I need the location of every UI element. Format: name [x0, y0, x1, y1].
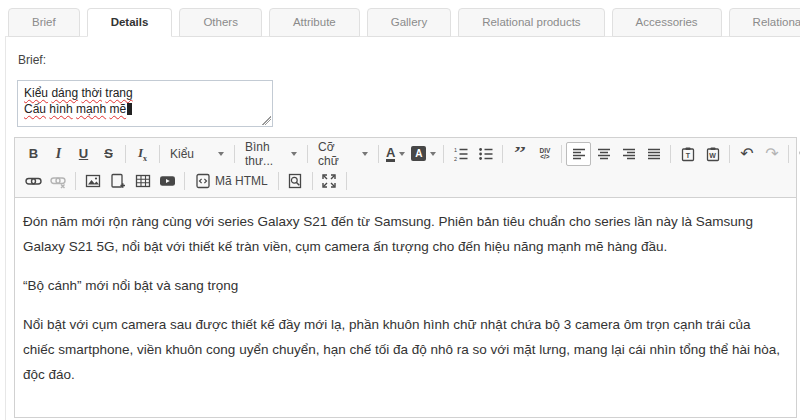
svg-text:T: T: [686, 152, 691, 159]
find-button[interactable]: [793, 142, 800, 166]
justify-button[interactable]: [641, 142, 666, 166]
italic-icon: I: [56, 146, 61, 162]
paragraph-format-dropdown[interactable]: Bình thư...: [239, 142, 303, 166]
brief-textarea[interactable]: Kiểu dáng thời trang Cấu hình mạnh mẽ: [17, 80, 273, 127]
text-color-button[interactable]: A: [383, 142, 408, 166]
strikethrough-button[interactable]: S: [96, 142, 121, 166]
remove-format-button[interactable]: Ix: [130, 142, 155, 166]
youtube-icon: [159, 173, 176, 189]
chevron-down-icon: [291, 152, 297, 156]
tab-relational-articles[interactable]: Relational articles: [729, 8, 800, 37]
file-add-icon: [110, 173, 126, 189]
background-color-icon: A: [411, 146, 426, 161]
align-left-button[interactable]: [566, 142, 591, 166]
div-container-icon: DIV</>: [539, 148, 550, 160]
paste-from-word-icon: W: [705, 146, 721, 162]
align-center-icon: [596, 146, 612, 162]
align-center-button[interactable]: [591, 142, 616, 166]
toolbar-separator: [670, 145, 671, 163]
italic-button[interactable]: I: [46, 142, 71, 166]
blockquote-button[interactable]: ”: [507, 142, 532, 166]
blockquote-icon: ”: [514, 147, 526, 161]
tab-others[interactable]: Others: [179, 8, 262, 37]
html-source-button[interactable]: Mã HTML: [189, 169, 274, 193]
chevron-down-icon: [362, 152, 368, 156]
toolbar-separator: [788, 145, 789, 163]
chevron-down-icon: [430, 152, 436, 156]
bulleted-list-button[interactable]: [473, 142, 498, 166]
background-color-button[interactable]: A: [408, 142, 439, 166]
paste-as-text-button[interactable]: T: [675, 142, 700, 166]
html-source-label: Mã HTML: [215, 174, 268, 188]
toolbar-separator: [307, 145, 308, 163]
tab-details[interactable]: Details: [87, 8, 173, 37]
unlink-button[interactable]: [46, 169, 71, 193]
tab-brief[interactable]: Brief: [8, 8, 80, 37]
redo-icon: ↷: [765, 146, 778, 162]
table-icon: [135, 173, 151, 189]
text-caret: [127, 103, 132, 115]
justify-icon: [646, 146, 662, 162]
toolbar-separator: [234, 145, 235, 163]
toolbar-separator: [159, 145, 160, 163]
div-container-button[interactable]: DIV</>: [532, 142, 557, 166]
styles-dropdown[interactable]: Kiểu: [164, 142, 230, 166]
chevron-down-icon: [399, 152, 405, 156]
toolbar-separator: [184, 172, 185, 190]
toolbar-separator: [125, 145, 126, 163]
font-size-dropdown[interactable]: Cỡ chữ: [312, 142, 374, 166]
underline-button[interactable]: U: [71, 142, 96, 166]
tab-gallery[interactable]: Gallery: [367, 8, 451, 37]
bold-icon: B: [29, 146, 38, 161]
editor-toolbar: B I U S Ix Kiểu Bình thư... Cỡ chữ A A 1…: [15, 138, 796, 198]
undo-icon: ↶: [740, 146, 753, 162]
link-button[interactable]: [21, 169, 46, 193]
insert-table-button[interactable]: [130, 169, 155, 193]
styles-dropdown-label: Kiểu: [170, 147, 194, 161]
tab-attribute[interactable]: Attribute: [269, 8, 360, 37]
align-right-icon: [621, 146, 637, 162]
brief-line-2: Cấu hình mạnh mẽ: [24, 102, 126, 116]
toolbar-separator: [346, 172, 347, 190]
text-color-icon: A: [386, 146, 395, 162]
strikethrough-icon: S: [104, 146, 113, 161]
toolbar-separator: [378, 145, 379, 163]
toolbar-separator: [312, 172, 313, 190]
chevron-down-icon: [218, 152, 224, 156]
svg-text:W: W: [709, 152, 716, 159]
svg-text:2: 2: [454, 156, 457, 162]
bulleted-list-icon: [478, 146, 494, 162]
align-left-icon: [571, 146, 587, 162]
source-code-icon: [195, 173, 211, 189]
maximize-icon: [321, 173, 337, 189]
rich-text-editor: B I U S Ix Kiểu Bình thư... Cỡ chữ A A 1…: [14, 137, 797, 418]
insert-file-button[interactable]: [105, 169, 130, 193]
toolbar-row-1: B I U S Ix Kiểu Bình thư... Cỡ chữ A A 1…: [21, 140, 792, 167]
preview-button[interactable]: [283, 169, 308, 193]
bold-button[interactable]: B: [21, 142, 46, 166]
paste-from-word-button[interactable]: W: [700, 142, 725, 166]
toolbar-separator: [502, 145, 503, 163]
underline-icon: U: [79, 146, 88, 161]
numbered-list-icon: 12: [453, 146, 469, 162]
details-tab-panel: Brief: Kiểu dáng thời trang Cấu hình mạn…: [5, 36, 800, 420]
insert-video-button[interactable]: [155, 169, 180, 193]
align-right-button[interactable]: [616, 142, 641, 166]
numbered-list-button[interactable]: 12: [448, 142, 473, 166]
toolbar-separator: [443, 145, 444, 163]
toolbar-separator: [729, 145, 730, 163]
redo-button[interactable]: ↷: [759, 142, 784, 166]
tab-accessories[interactable]: Accessories: [612, 8, 722, 37]
insert-image-button[interactable]: [80, 169, 105, 193]
tab-bar: Brief Details Others Attribute Gallery R…: [0, 0, 800, 36]
textarea-resize-handle[interactable]: [262, 116, 271, 125]
rich-text-content[interactable]: Đón năm mới rộn ràng cùng với series Gal…: [15, 198, 796, 417]
brief-field-label: Brief:: [18, 53, 797, 67]
undo-button[interactable]: ↶: [734, 142, 759, 166]
content-paragraph: Nổi bật với cụm camera sau được thiết kế…: [23, 312, 782, 387]
maximize-button[interactable]: [317, 169, 342, 193]
content-paragraph: Đón năm mới rộn ràng cùng với series Gal…: [23, 209, 782, 259]
link-icon: [25, 173, 42, 189]
font-size-label: Cỡ chữ: [318, 140, 358, 168]
tab-relational-products[interactable]: Relational products: [458, 8, 604, 37]
